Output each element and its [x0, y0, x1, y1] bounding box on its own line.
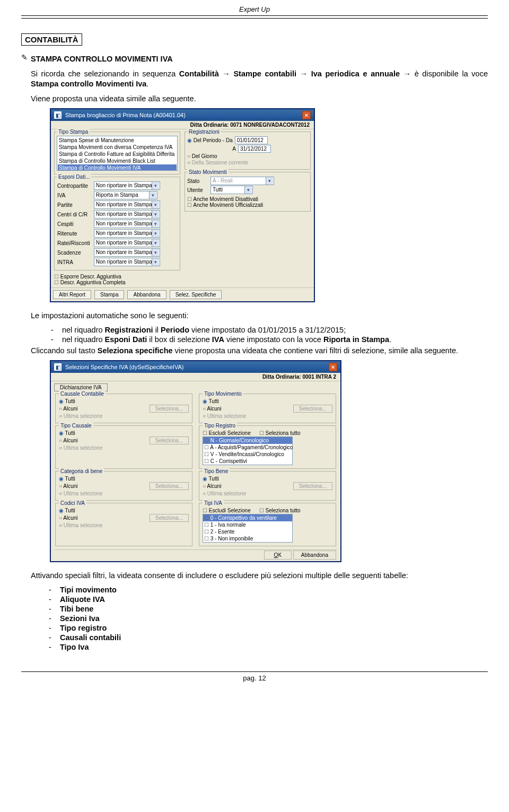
- radio-ultima: Ultima selezione: [59, 445, 102, 451]
- btn-altri-report[interactable]: Altri Report: [53, 290, 91, 299]
- tiporegistro-list[interactable]: N - Giornale/Cronologico A - Acquisti/Pa…: [203, 436, 293, 465]
- fig1-titlebar[interactable]: ◧ Stampa brogliaccio di Prima Nota (A004…: [51, 109, 314, 121]
- grp-tipomov-title: Tipo Movimento: [203, 391, 243, 397]
- esponi-label: Ritenute: [57, 229, 93, 238]
- esponi-label: Ratei/Risconti: [57, 238, 93, 248]
- esponi-select[interactable]: Non riportare in Stampa: [94, 239, 160, 247]
- btn-stampa[interactable]: Stampa: [94, 290, 124, 299]
- list-item[interactable]: 1 - Iva normale: [203, 521, 292, 528]
- esponi-select[interactable]: Non riportare in Stampa: [94, 200, 160, 209]
- fig1-window: ◧ Stampa brogliaccio di Prima Nota (A004…: [50, 108, 315, 302]
- list-item[interactable]: Stampa Spese di Manutenzione: [58, 137, 177, 144]
- fig2-titlebar[interactable]: ◧ Selezioni Specifiche IVA (dySelSpecifi…: [51, 361, 340, 373]
- btn-seleziona[interactable]: Seleziona...: [293, 405, 332, 413]
- tipo-stampa-list[interactable]: Stampa Spese di Manutenzione Stampa Movi…: [57, 136, 178, 171]
- radio-giorno[interactable]: Del Giorno: [187, 153, 217, 159]
- grp-stato-title: Stato Movimenti: [187, 169, 229, 175]
- radio-tutti[interactable]: Tutti: [203, 476, 219, 482]
- chk-descr-agg-comp[interactable]: Descr. Aggiuntiva Completa: [54, 280, 180, 285]
- list-item-selected[interactable]: Stampa di Controllo Movimenti IVA: [58, 164, 177, 171]
- close-icon[interactable]: ×: [302, 111, 311, 119]
- tipiiva-list[interactable]: 0 - Corrispettivo da ventilare 1 - Iva n…: [203, 514, 293, 543]
- btn-seleziona[interactable]: Seleziona...: [293, 482, 332, 490]
- para-impostazioni: Le impostazioni automatiche sono le segu…: [31, 311, 488, 321]
- btn-seleziona[interactable]: Seleziona...: [150, 436, 189, 444]
- page-header-title: Expert Up: [21, 0, 488, 16]
- bullet-1: - nel riquadro Registrazioni il Periodo …: [60, 326, 488, 334]
- list-item[interactable]: 3 - Non imponibile: [203, 535, 292, 542]
- radio-alcuni[interactable]: Alcuni: [59, 483, 78, 489]
- close-icon[interactable]: ×: [329, 363, 337, 371]
- grp-reg-title: Registrazioni: [187, 129, 221, 135]
- hand-bullet-icon: ✎: [21, 52, 31, 652]
- esponi-label: Centri di C/R: [57, 209, 93, 219]
- chk-escludi[interactable]: Escludi Selezione: [203, 430, 251, 436]
- select-stato[interactable]: A - Reali: [210, 177, 274, 185]
- radio-alcuni[interactable]: Alcuni: [59, 438, 78, 443]
- label-utente: Utente: [187, 187, 208, 193]
- date-to[interactable]: 31/12/2012: [238, 145, 271, 153]
- radio-periodo[interactable]: Del Periodo - Da: [187, 137, 233, 143]
- para-cliccando: Cliccando sul tasto Seleziona specifiche…: [31, 346, 488, 356]
- radio-tutti[interactable]: Tutti: [59, 398, 75, 404]
- grp-registrazioni: Registrazioni Del Periodo - Da 01/01/201…: [185, 132, 311, 170]
- esponi-select[interactable]: Non riportare in Stampa: [94, 229, 160, 238]
- grp-tipi-iva: Tipi IVA Escludi Selezione Seleziona tut…: [199, 503, 336, 546]
- grp-catbene-title: Categoria di bene: [59, 468, 104, 474]
- radio-tutti[interactable]: Tutti: [203, 398, 219, 404]
- btn-selez-specifiche[interactable]: Selez. Specifiche: [170, 290, 222, 299]
- list-item-selected[interactable]: N - Giornale/Cronologico: [203, 437, 292, 444]
- chk-descr-agg[interactable]: Esporre Descr. Aggiuntiva: [54, 274, 180, 280]
- label-A: A: [187, 146, 236, 152]
- grp-tiporeg-title: Tipo Registro: [203, 423, 237, 429]
- list-item-selected[interactable]: 0 - Corrispettivo da ventilare: [203, 514, 292, 521]
- radio-alcuni[interactable]: Alcuni: [59, 406, 78, 412]
- grp-codici-iva: Codici IVA Tutti Alcuni Seleziona... Ult…: [55, 503, 192, 546]
- chk-escludi[interactable]: Escludi Selezione: [203, 508, 251, 513]
- radio-sessione: Della Sessione corrente: [187, 160, 248, 165]
- list-item[interactable]: V - Vendite/Incassi/Cronologico: [203, 451, 292, 458]
- esponi-select[interactable]: Riporta in Stampa: [94, 191, 157, 199]
- esponi-select[interactable]: Non riportare in Stampa: [94, 220, 160, 228]
- list-item[interactable]: Stampa di Controllo Fatture ad Esigibili…: [58, 151, 177, 158]
- esponi-select[interactable]: Non riportare in Stampa: [94, 181, 160, 190]
- fig2-window: ◧ Selezioni Specifiche IVA (dySelSpecifi…: [50, 360, 341, 562]
- esponi-select[interactable]: Non riportare in Stampa: [94, 258, 160, 266]
- list-item[interactable]: C - Corrispettivi: [203, 458, 292, 465]
- radio-ultima: Ultima selezione: [203, 413, 246, 419]
- app-icon: ◧: [54, 363, 62, 371]
- bullet-2: - nel riquadro Esponi Dati il box di sel…: [60, 335, 488, 344]
- btn-seleziona[interactable]: Seleziona...: [150, 514, 189, 522]
- btn-ok[interactable]: OK: [264, 551, 292, 560]
- btn-seleziona[interactable]: Seleziona...: [150, 482, 189, 490]
- list-item[interactable]: Stampa di Controllo Movimenti Black List: [58, 158, 177, 164]
- esponi-select[interactable]: Non riportare in Stampa: [94, 248, 160, 257]
- radio-tutti[interactable]: Tutti: [59, 508, 75, 513]
- tables-list-item: - Causali contabili: [55, 633, 488, 642]
- esponi-select[interactable]: Non riportare in Stampa: [94, 210, 160, 219]
- esponi-label: Partite: [57, 200, 93, 209]
- tables-list-item: - Sezioni Iva: [55, 614, 488, 623]
- chk-seltutto[interactable]: Seleziona tutto: [259, 508, 301, 513]
- radio-alcuni[interactable]: Alcuni: [203, 483, 222, 489]
- radio-tutti[interactable]: Tutti: [59, 476, 75, 482]
- list-item[interactable]: Stampa Movimenti con diversa Competenza …: [58, 144, 177, 151]
- chk-mov-disatt[interactable]: Anche Movimenti Disattivati: [187, 196, 308, 202]
- btn-abbandona[interactable]: Abbandona: [127, 290, 166, 299]
- radio-tutti[interactable]: Tutti: [59, 430, 75, 436]
- chk-mov-uffic[interactable]: Anche Movimenti Ufficializzati: [187, 202, 308, 208]
- btn-abbandona[interactable]: Abbandona: [293, 551, 336, 560]
- list-item[interactable]: A - Acquisti/Pagamenti/Cronologico: [203, 444, 292, 451]
- select-utente[interactable]: Tutti: [210, 186, 253, 194]
- date-from[interactable]: 01/01/2012: [235, 136, 268, 144]
- para-intro-1: Si ricorda che selezionando in sequenza …: [31, 69, 488, 90]
- btn-seleziona[interactable]: Seleziona...: [150, 405, 189, 413]
- chk-seltutto[interactable]: Seleziona tutto: [259, 430, 301, 436]
- radio-alcuni[interactable]: Alcuni: [59, 515, 78, 521]
- list-item[interactable]: 2 - Esente: [203, 528, 292, 535]
- section-title: CONTABILITÀ: [21, 33, 82, 46]
- grp-causale-title: Causale Contabile: [59, 391, 106, 397]
- radio-alcuni[interactable]: Alcuni: [203, 406, 222, 412]
- esponi-label: Contropartite: [57, 181, 93, 190]
- tables-list-item: - Tipo Iva: [55, 643, 488, 651]
